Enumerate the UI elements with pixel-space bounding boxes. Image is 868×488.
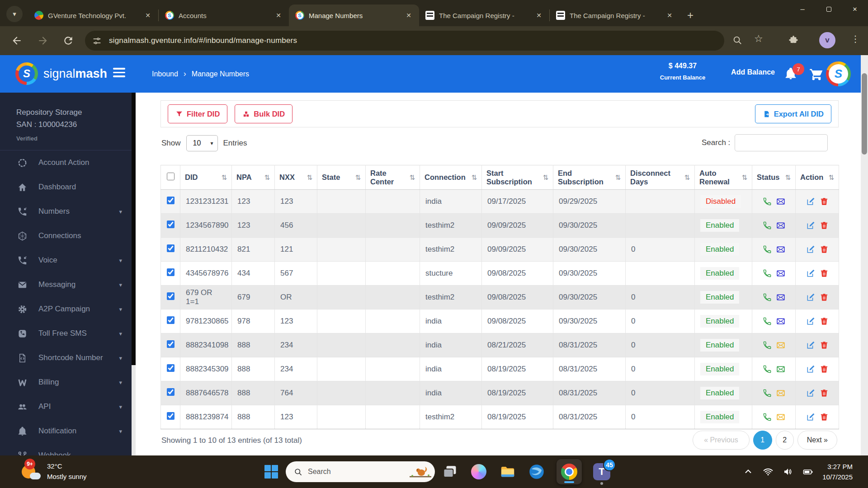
- column-header-auto-renewal[interactable]: Auto Renewal⇅: [695, 165, 752, 190]
- start-button[interactable]: [264, 465, 278, 479]
- browser-menu-icon[interactable]: ⋮: [851, 33, 860, 44]
- sidebar-item-shortcode-number[interactable]: Shortcode Number▾: [0, 346, 136, 370]
- row-checkbox[interactable]: [167, 197, 175, 204]
- envelope-icon[interactable]: [776, 317, 785, 326]
- edit-icon[interactable]: [806, 269, 815, 278]
- search-input[interactable]: [735, 134, 828, 151]
- edit-icon[interactable]: [806, 245, 815, 254]
- phone-icon[interactable]: [763, 317, 772, 326]
- breadcrumb-inbound[interactable]: Inbound: [152, 70, 178, 78]
- sidebar-item-messaging[interactable]: Messaging▾: [0, 272, 136, 297]
- export-all-did-button[interactable]: Export All DID: [755, 104, 831, 123]
- next-page-button[interactable]: Next »: [797, 431, 837, 450]
- envelope-icon[interactable]: [776, 197, 785, 206]
- column-header-disconnect-days[interactable]: Disconnect Days⇅: [626, 165, 695, 190]
- edit-icon[interactable]: [806, 341, 815, 350]
- column-header-npa[interactable]: NPA⇅: [232, 165, 275, 190]
- sidebar-item-api[interactable]: API▾: [0, 394, 136, 419]
- page-button-2[interactable]: 2: [776, 431, 794, 450]
- column-header-state[interactable]: State⇅: [317, 165, 366, 190]
- bookmark-star-icon[interactable]: ☆: [754, 33, 763, 45]
- row-checkbox[interactable]: [167, 364, 175, 372]
- sidebar-item-numbers[interactable]: Numbers▾: [0, 199, 136, 224]
- trash-icon[interactable]: [820, 413, 829, 422]
- row-checkbox[interactable]: [167, 316, 175, 324]
- taskbar-search[interactable]: Search: [286, 461, 435, 482]
- previous-page-button[interactable]: « Previous: [693, 431, 750, 450]
- phone-icon[interactable]: [763, 269, 772, 278]
- maximize-button[interactable]: [816, 0, 842, 18]
- column-header-end-subscription[interactable]: End Subscription⇅: [553, 165, 626, 190]
- clock[interactable]: 3:27 PM 10/7/2025: [822, 461, 853, 482]
- tab-close-icon[interactable]: ✕: [404, 11, 414, 20]
- sidebar-item-billing[interactable]: Billing▾: [0, 370, 136, 394]
- reload-icon[interactable]: [62, 35, 74, 47]
- column-header-rate-center[interactable]: Rate Center⇅: [366, 165, 420, 190]
- edit-icon[interactable]: [806, 365, 815, 374]
- page-button-1[interactable]: 1: [753, 431, 772, 450]
- wifi-icon[interactable]: [763, 466, 774, 477]
- phone-icon[interactable]: [763, 245, 772, 254]
- hamburger-menu-icon[interactable]: [113, 68, 125, 77]
- browser-tab-1[interactable]: GVenture Technology Pvt.✕: [28, 5, 158, 26]
- edit-icon[interactable]: [806, 221, 815, 230]
- page-scrollbar-thumb[interactable]: [862, 73, 867, 155]
- filter-did-button[interactable]: Filter DID: [168, 104, 227, 123]
- close-button[interactable]: ✕: [842, 0, 868, 18]
- extensions-puzzle-icon[interactable]: [788, 35, 798, 45]
- browser-tab-3[interactable]: SManage Numbers✕: [289, 5, 419, 26]
- bulk-did-button[interactable]: Bulk DID: [235, 104, 292, 123]
- phone-icon[interactable]: [763, 413, 772, 422]
- url-bar[interactable]: signalmash.gventure.info/#/inbound/manag…: [85, 31, 724, 51]
- trash-icon[interactable]: [820, 197, 829, 206]
- profile-avatar[interactable]: v: [819, 32, 835, 48]
- envelope-icon[interactable]: [776, 413, 785, 422]
- signalmash-logo[interactable]: S signalmash: [15, 62, 107, 85]
- file-explorer-button[interactable]: [499, 463, 517, 481]
- copilot-button[interactable]: [470, 463, 488, 481]
- trash-icon[interactable]: [820, 365, 829, 374]
- search-page-icon[interactable]: [732, 35, 742, 45]
- edit-icon[interactable]: [806, 197, 815, 206]
- row-checkbox[interactable]: [167, 388, 175, 396]
- envelope-icon[interactable]: [776, 341, 785, 350]
- sidebar-item-a2p-campaign[interactable]: A2P Campaign▾: [0, 297, 136, 321]
- forward-icon[interactable]: [37, 35, 49, 47]
- sidebar-item-dashboard[interactable]: Dashboard: [0, 175, 136, 199]
- sidebar-item-notification[interactable]: Notification▾: [0, 419, 136, 443]
- select-all-checkbox[interactable]: [167, 173, 175, 180]
- tab-close-icon[interactable]: ✕: [274, 11, 283, 20]
- sidebar-scrollbar-thumb[interactable]: [132, 93, 136, 365]
- battery-icon[interactable]: [802, 466, 813, 477]
- envelope-icon[interactable]: [776, 245, 785, 254]
- trash-icon[interactable]: [820, 293, 829, 302]
- sidebar-item-account-action[interactable]: Account Action: [0, 150, 136, 175]
- tab-search-button[interactable]: ▾: [6, 6, 23, 22]
- trash-icon[interactable]: [820, 341, 829, 350]
- row-checkbox[interactable]: [167, 221, 175, 228]
- thunderbird-button[interactable]: [528, 463, 546, 481]
- tab-close-icon[interactable]: ✕: [534, 11, 544, 20]
- notifications-button[interactable]: 7: [784, 67, 797, 80]
- phone-icon[interactable]: [763, 365, 772, 374]
- tab-close-icon[interactable]: ✕: [665, 11, 675, 20]
- column-header-start-subscription[interactable]: Start Subscription⇅: [482, 165, 553, 190]
- tab-close-icon[interactable]: ✕: [143, 11, 153, 20]
- column-header-status[interactable]: Status⇅: [752, 165, 796, 190]
- phone-icon[interactable]: [763, 293, 772, 302]
- row-checkbox[interactable]: [167, 244, 175, 252]
- phone-icon[interactable]: [763, 221, 772, 230]
- trash-icon[interactable]: [820, 221, 829, 230]
- phone-icon[interactable]: [763, 197, 772, 206]
- column-header-nxx[interactable]: NXX⇅: [275, 165, 317, 190]
- phone-icon[interactable]: [763, 341, 772, 350]
- sidebar-item-connections[interactable]: Connections: [0, 224, 136, 248]
- row-checkbox[interactable]: [167, 292, 175, 300]
- envelope-icon[interactable]: [776, 293, 785, 302]
- teams-button[interactable]: T 45: [593, 463, 611, 481]
- envelope-icon[interactable]: [776, 365, 785, 374]
- select-all-header[interactable]: [161, 165, 180, 190]
- column-header-connection[interactable]: Connection⇅: [420, 165, 482, 190]
- edit-icon[interactable]: [806, 413, 815, 422]
- envelope-icon[interactable]: [776, 389, 785, 398]
